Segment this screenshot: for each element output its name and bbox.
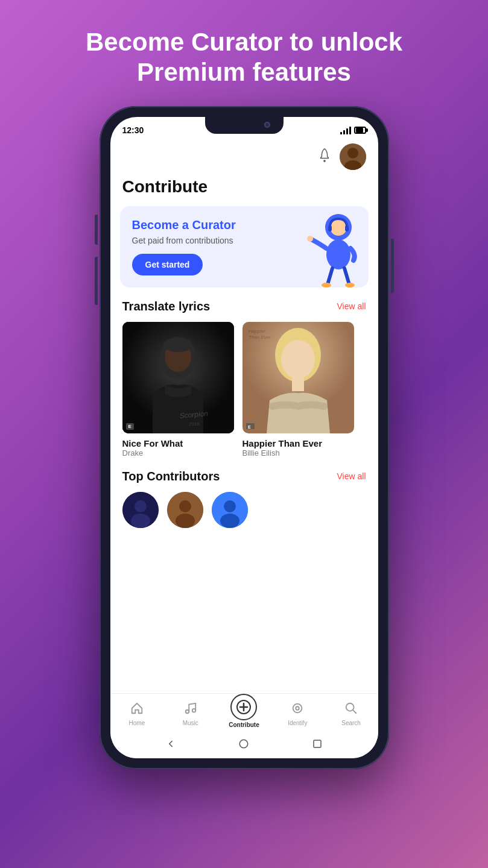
svg-text:2018: 2018 xyxy=(189,421,200,427)
phone-screen: 12:30 xyxy=(110,117,378,758)
svg-point-28 xyxy=(135,500,147,512)
nav-contribute-label: Contribute xyxy=(229,722,259,728)
contributors-row xyxy=(110,492,378,540)
translate-section-header: Translate lyrics View all xyxy=(110,300,378,322)
bell-icon[interactable] xyxy=(318,148,331,166)
volume-down-button xyxy=(95,257,98,305)
page-title: Contribute xyxy=(110,175,378,206)
nav-identify[interactable]: Identify xyxy=(279,702,315,726)
curator-title: Become a Curator xyxy=(132,218,356,232)
headline-line1: Become Curator to unlock xyxy=(86,28,402,56)
svg-text:Than Ever: Than Ever xyxy=(249,335,271,340)
curator-subtitle: Get paid from contributions xyxy=(132,236,356,245)
bottom-nav: Home Music xyxy=(110,693,378,732)
translate-title: Translate lyrics xyxy=(122,300,211,313)
camera-dot xyxy=(264,122,270,128)
recents-button[interactable] xyxy=(312,738,323,752)
album-cover-drake: Scorpion 2018 E xyxy=(122,322,234,433)
top-bar xyxy=(110,139,378,175)
app-content: Contribute Become a Curator Get paid fro… xyxy=(110,139,378,693)
svg-point-2 xyxy=(347,148,358,159)
contributor-2[interactable] xyxy=(167,492,203,528)
home-button[interactable] xyxy=(238,738,249,752)
svg-point-0 xyxy=(323,160,326,162)
svg-point-42 xyxy=(296,706,300,710)
album-name-drake: Nice For What xyxy=(122,438,234,448)
svg-point-10 xyxy=(322,283,331,288)
nav-identify-label: Identify xyxy=(288,720,307,726)
power-button xyxy=(391,239,394,293)
contribute-icon xyxy=(230,694,257,720)
status-time: 12:30 xyxy=(122,125,144,135)
svg-rect-22 xyxy=(292,376,304,391)
home-icon xyxy=(130,702,144,719)
album-item-billie[interactable]: Happier Than Ever E Happier Than Ever Bi… xyxy=(242,322,354,458)
contributor-1[interactable] xyxy=(122,492,159,528)
svg-point-31 xyxy=(179,500,191,512)
album-item-drake[interactable]: Scorpion 2018 E Nice For What Drake xyxy=(122,322,234,458)
svg-point-32 xyxy=(176,514,195,528)
svg-point-29 xyxy=(131,514,150,528)
search-icon xyxy=(344,702,358,719)
album-name-billie: Happier Than Ever xyxy=(242,438,354,448)
svg-line-44 xyxy=(353,710,356,713)
nav-search-label: Search xyxy=(341,720,361,726)
svg-point-11 xyxy=(345,283,355,288)
svg-point-37 xyxy=(192,709,195,712)
contributors-section-header: Top Contributors View all xyxy=(110,470,378,492)
explicit-badge: E xyxy=(126,423,134,430)
avatar[interactable] xyxy=(340,143,366,170)
album-cover-billie: Happier Than Ever E xyxy=(242,322,354,433)
phone-device: 12:30 xyxy=(100,106,389,769)
status-icons xyxy=(340,126,366,134)
contributors-view-all[interactable]: View all xyxy=(337,471,366,481)
svg-point-21 xyxy=(281,340,315,379)
nav-home-label: Home xyxy=(129,720,145,726)
system-nav xyxy=(110,732,378,758)
nav-music[interactable]: Music xyxy=(173,702,209,726)
svg-point-45 xyxy=(240,740,249,748)
headline: Become Curator to unlock Premium feature… xyxy=(49,0,439,100)
curator-banner: Become a Curator Get paid from contribut… xyxy=(120,206,369,288)
svg-text:Happier: Happier xyxy=(249,329,265,334)
battery-icon xyxy=(354,127,366,134)
svg-point-16 xyxy=(163,338,192,352)
contributors-title: Top Contributors xyxy=(122,470,220,483)
nav-contribute[interactable]: Contribute xyxy=(226,700,262,728)
svg-point-41 xyxy=(293,703,302,712)
svg-text:E: E xyxy=(248,425,251,429)
album-artist-drake: Drake xyxy=(122,448,234,458)
phone-frame: 12:30 xyxy=(100,106,389,769)
svg-point-36 xyxy=(185,710,189,714)
headline-line2: Premium features xyxy=(137,58,351,86)
nav-home[interactable]: Home xyxy=(119,702,155,726)
svg-point-35 xyxy=(220,514,239,528)
svg-rect-46 xyxy=(314,740,321,747)
album-artist-billie: Billie Eilish xyxy=(242,448,354,458)
contributor-3[interactable] xyxy=(212,492,248,528)
nav-search[interactable]: Search xyxy=(333,702,369,726)
identify-icon xyxy=(291,702,304,719)
nav-music-label: Music xyxy=(183,720,198,726)
get-started-button[interactable]: Get started xyxy=(132,254,203,275)
music-icon xyxy=(184,702,197,719)
phone-notch xyxy=(205,117,284,134)
albums-row: Scorpion 2018 E Nice For What Drake xyxy=(110,322,378,470)
back-button[interactable] xyxy=(165,738,176,752)
translate-view-all[interactable]: View all xyxy=(337,301,366,311)
volume-up-button xyxy=(95,215,98,245)
signal-icon xyxy=(340,126,351,134)
curator-text: Become a Curator Get paid from contribut… xyxy=(132,218,356,275)
svg-point-34 xyxy=(224,500,236,512)
